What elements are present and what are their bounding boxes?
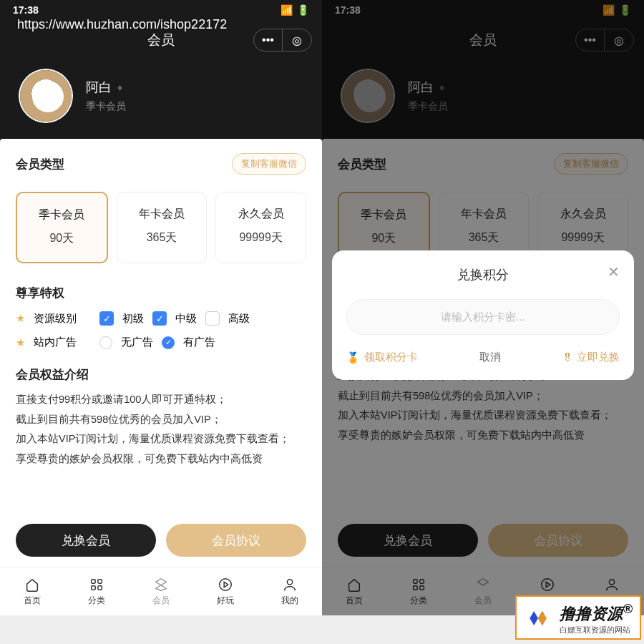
tab-mine[interactable]: 我的 (258, 567, 322, 615)
tab-fun[interactable]: 好玩 (193, 567, 258, 615)
cancel-button[interactable]: 取消 (479, 351, 501, 364)
user-header: 阿白♦ 季卡会员 (0, 60, 322, 143)
bottom-buttons: 兑换会员 会员协议 (0, 517, 322, 564)
phone-right: 17:38 📶🔋 会员 ••• ◎ 阿白♦ 季卡会员 会员类型 复制客服微信 季… (322, 0, 644, 615)
privilege-title: 尊享特权 (16, 285, 306, 301)
checkbox-beginner[interactable]: ✓ (99, 311, 114, 326)
user-name: 阿白 (86, 79, 112, 96)
page-title: 会员 (147, 31, 175, 49)
tab-member[interactable]: 会员 (129, 567, 193, 615)
intro-text: 直接支付99积分或邀请100人即可开通特权； 截止到目前共有598位优秀的会员加… (16, 390, 306, 469)
medal-icon: 🎖 (562, 351, 572, 364)
modal-actions: 🏅领取积分卡 取消 🎖立即兑换 (346, 351, 620, 364)
svg-rect-0 (92, 579, 96, 583)
star-icon: ★ (16, 312, 25, 325)
plan-quarter[interactable]: 季卡会员90天 (16, 192, 108, 263)
miniapp-capsule[interactable]: ••• ◎ (253, 29, 312, 52)
site-logo-watermark: 撸撸资源® 白嫖互联资源的网站 (515, 595, 641, 640)
tab-category[interactable]: 分类 (64, 567, 129, 615)
star-icon: ★ (16, 336, 25, 349)
agreement-button[interactable]: 会员协议 (166, 524, 306, 557)
svg-rect-3 (98, 585, 102, 590)
watermark-url: https://www.huzhan.com/ishop22172 (17, 17, 227, 32)
modal-title: 兑换积分 (346, 266, 620, 283)
svg-rect-1 (98, 579, 102, 583)
points-input[interactable]: 请输入积分卡密... (346, 299, 620, 335)
get-card-button[interactable]: 🏅领取积分卡 (346, 351, 418, 364)
checkbox-advanced[interactable] (205, 311, 220, 326)
user-info: 阿白♦ 季卡会员 (86, 79, 126, 113)
tab-bar: 首页 分类 会员 好玩 我的 (0, 567, 322, 615)
copy-wechat-button[interactable]: 复制客服微信 (232, 153, 306, 175)
radio-has-ads[interactable]: ✓ (162, 336, 175, 349)
privilege-block: ★ 资源级别 ✓初级 ✓中级 高级 ★ 站内广告 无广告 ✓有广告 (16, 311, 306, 349)
menu-icon[interactable]: ••• (254, 29, 283, 52)
svg-rect-2 (92, 585, 96, 590)
checkbox-intermediate[interactable]: ✓ (152, 311, 167, 326)
target-icon[interactable]: ◎ (283, 29, 311, 52)
confirm-button[interactable]: 🎖立即兑换 (562, 351, 620, 364)
redeem-button[interactable]: 兑换会员 (16, 524, 156, 557)
plan-year[interactable]: 年卡会员365天 (117, 192, 208, 263)
diamond-icon: ♦ (117, 82, 122, 93)
close-icon[interactable]: ✕ (608, 263, 620, 280)
svg-point-4 (220, 578, 232, 590)
radio-no-ads[interactable] (99, 336, 112, 349)
plan-list: 季卡会员90天 年卡会员365天 永久会员99999天 (16, 192, 306, 263)
user-tier: 季卡会员 (86, 100, 126, 113)
svg-point-5 (287, 579, 292, 584)
phone-left: https://www.huzhan.com/ishop22172 17:38 … (0, 0, 322, 615)
status-icons: 📶🔋 (276, 4, 309, 16)
tab-home[interactable]: 首页 (0, 567, 64, 615)
plan-forever[interactable]: 永久会员99999天 (215, 192, 306, 263)
avatar[interactable] (20, 70, 72, 122)
member-type-title: 会员类型 (16, 156, 64, 172)
badge-icon: 🏅 (346, 351, 360, 364)
ads-label: 站内广告 (34, 336, 77, 349)
resource-level-label: 资源级别 (34, 312, 77, 326)
redeem-modal: ✕ 兑换积分 请输入积分卡密... 🏅领取积分卡 取消 🎖立即兑换 (332, 250, 634, 380)
status-time: 17:38 (13, 4, 39, 16)
intro-title: 会员权益介绍 (16, 366, 306, 383)
logo-icon (524, 604, 552, 633)
